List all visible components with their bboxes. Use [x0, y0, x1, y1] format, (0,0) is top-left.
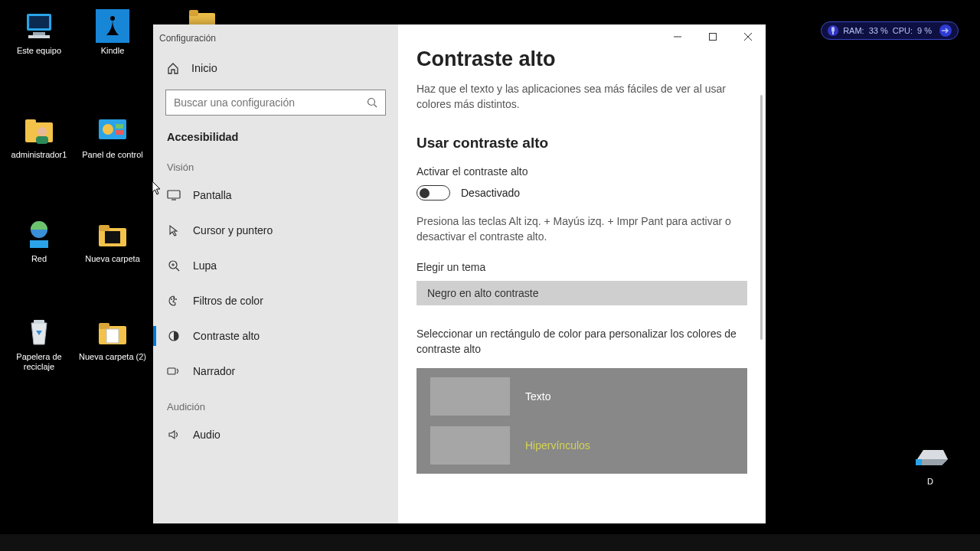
- svg-point-28: [368, 99, 375, 106]
- window-title: Configuración: [153, 24, 398, 51]
- folder-icon: [94, 315, 131, 349]
- mic-icon: [828, 25, 838, 36]
- ram-label: RAM:: [843, 26, 864, 35]
- window-controls: [660, 24, 766, 49]
- nav-lupa[interactable]: Lupa: [153, 248, 398, 283]
- arrow-right-icon[interactable]: [939, 24, 952, 37]
- desktop-icon-label: Nueva carpeta: [85, 254, 140, 264]
- group-hearing: Audición: [153, 389, 398, 417]
- svg-rect-43: [710, 34, 717, 41]
- page-description: Haz que el texto y las aplicaciones sea …: [416, 82, 738, 112]
- svg-rect-16: [116, 130, 123, 135]
- rect-instruction: Seleccionar un rectángulo de color para …: [416, 327, 738, 357]
- performance-widget[interactable]: RAM: 33 % CPU: 9 %: [821, 21, 959, 40]
- svg-rect-25: [916, 459, 922, 465]
- desktop-icon-nueva-carpeta-2[interactable]: Nueva carpeta (2): [78, 315, 147, 362]
- desktop-icon-panel-control[interactable]: Panel de control: [78, 113, 147, 160]
- svg-rect-10: [34, 320, 44, 324]
- settings-content: Contraste alto Haz que el texto y las ap…: [398, 24, 766, 523]
- svg-rect-5: [25, 119, 36, 126]
- section-title: Usar contraste alto: [416, 135, 747, 152]
- desktop-icon-papelera[interactable]: Papelera de reciclaje: [5, 315, 74, 372]
- svg-point-6: [38, 127, 47, 136]
- minimize-button[interactable]: [660, 24, 695, 49]
- svg-rect-41: [168, 368, 175, 374]
- desktop-icon-red[interactable]: Red: [5, 217, 74, 264]
- nav-label: Narrador: [193, 365, 235, 377]
- shortcut-hint: Presiona las teclas Alt izq. + Mayús izq…: [416, 214, 738, 244]
- desktop-icon-label: Nueva carpeta (2): [79, 352, 146, 362]
- svg-rect-18: [99, 225, 109, 231]
- svg-point-12: [110, 16, 115, 21]
- nav-label: Filtros de color: [193, 295, 263, 307]
- magnifier-icon: [167, 259, 181, 272]
- svg-point-14: [103, 124, 113, 135]
- swatch-label: Hipervínculos: [525, 439, 590, 452]
- category-label: Accesibilidad: [153, 126, 398, 149]
- svg-rect-21: [99, 323, 109, 329]
- cpu-value: 9 %: [917, 26, 932, 35]
- color-swatch-hyperlinks[interactable]: [430, 426, 510, 465]
- nav-label: Pantalla: [193, 189, 232, 201]
- svg-rect-24: [189, 10, 198, 16]
- search-input[interactable]: [174, 96, 367, 109]
- settings-window: Configuración Inicio Accesibilidad Visió…: [153, 24, 766, 523]
- search-icon: [367, 97, 377, 108]
- nav-label: Cursor y puntero: [193, 224, 273, 236]
- drive-icon: [912, 440, 949, 474]
- nav-filtros-color[interactable]: Filtros de color: [153, 283, 398, 318]
- nav-label: Audio: [193, 429, 220, 441]
- taskbar[interactable]: [0, 534, 980, 551]
- nav-pantalla[interactable]: Pantalla: [153, 178, 398, 213]
- theme-dropdown[interactable]: Negro en alto contraste: [416, 281, 747, 305]
- svg-rect-27: [832, 32, 834, 34]
- svg-rect-7: [36, 136, 48, 144]
- nav-contraste-alto[interactable]: Contraste alto: [153, 318, 398, 354]
- nav-audio[interactable]: Audio: [153, 417, 398, 452]
- color-swatch-text[interactable]: [430, 377, 510, 416]
- folder-icon: [94, 217, 131, 251]
- desktop-icon-este-equipo[interactable]: Este equipo: [5, 9, 74, 56]
- svg-rect-2: [33, 32, 45, 35]
- search-box[interactable]: [165, 90, 386, 116]
- nav-cursor[interactable]: Cursor y puntero: [153, 213, 398, 248]
- palette-icon: [167, 294, 181, 308]
- desktop-icon-administrador[interactable]: administrador1: [5, 113, 74, 160]
- settings-sidebar: Configuración Inicio Accesibilidad Visió…: [153, 24, 398, 523]
- toggle-label: Activar el contraste alto: [416, 165, 747, 178]
- nav-narrador[interactable]: Narrador: [153, 354, 398, 389]
- theme-selected: Negro en alto contraste: [427, 287, 539, 299]
- desktop-icon-label: Red: [31, 254, 47, 264]
- kindle-icon: [94, 9, 131, 43]
- svg-rect-9: [30, 240, 48, 248]
- desktop-icon-drive-d[interactable]: D: [896, 440, 965, 487]
- scrollbar[interactable]: [760, 95, 763, 340]
- nav-label: Lupa: [193, 259, 217, 272]
- svg-rect-1: [29, 16, 49, 28]
- color-panel: Texto Hipervínculos: [416, 368, 747, 474]
- svg-rect-26: [831, 27, 835, 32]
- desktop-icon-kindle[interactable]: Kindle: [78, 9, 147, 56]
- home-nav[interactable]: Inicio: [153, 51, 398, 85]
- cpu-label: CPU:: [893, 26, 913, 35]
- contrast-icon: [167, 329, 181, 343]
- svg-rect-30: [168, 191, 180, 198]
- desktop-icon-label: administrador1: [11, 150, 67, 160]
- display-icon: [167, 188, 181, 202]
- svg-rect-3: [28, 35, 50, 38]
- desktop-icon-nueva-carpeta[interactable]: Nueva carpeta: [78, 217, 147, 264]
- close-button[interactable]: [730, 24, 766, 49]
- theme-label: Elegir un tema: [416, 261, 747, 273]
- desktop-icon-label: Kindle: [101, 46, 125, 56]
- network-icon: [21, 217, 57, 251]
- toggle-state: Desactivado: [461, 187, 520, 199]
- svg-point-37: [173, 298, 175, 299]
- svg-rect-19: [105, 231, 120, 243]
- high-contrast-toggle[interactable]: [416, 185, 450, 201]
- svg-line-29: [374, 105, 377, 108]
- home-icon: [167, 62, 179, 74]
- cursor-icon: [167, 223, 181, 237]
- svg-point-40: [172, 334, 173, 336]
- page-title: Contraste alto: [416, 47, 747, 71]
- maximize-button[interactable]: [695, 24, 730, 49]
